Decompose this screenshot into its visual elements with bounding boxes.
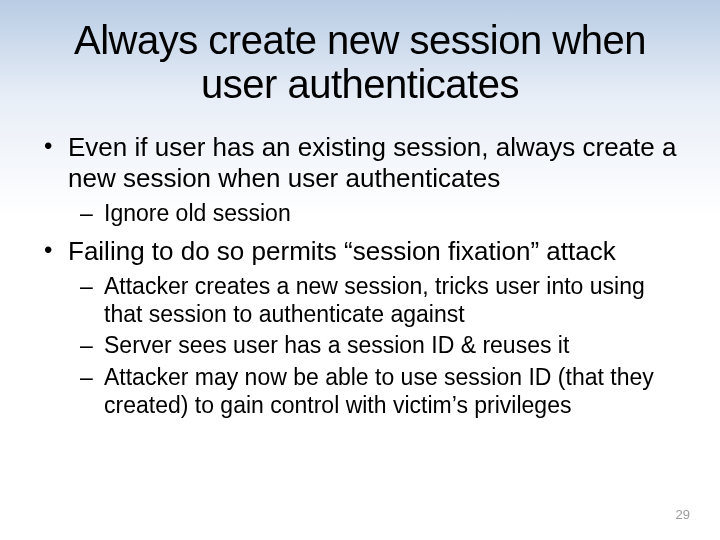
sub-bullet-list: Attacker creates a new session, tricks u… bbox=[68, 273, 680, 419]
sub-bullet-text: Attacker creates a new session, tricks u… bbox=[104, 273, 645, 327]
sub-bullet-item: Server sees user has a session ID & reus… bbox=[78, 332, 680, 360]
bullet-item: Failing to do so permits “session fixati… bbox=[40, 236, 680, 419]
sub-bullet-item: Attacker may now be able to use session … bbox=[78, 364, 680, 419]
page-number: 29 bbox=[676, 507, 690, 522]
bullet-list: Even if user has an existing session, al… bbox=[40, 132, 680, 419]
sub-bullet-text: Server sees user has a session ID & reus… bbox=[104, 332, 569, 358]
sub-bullet-text: Attacker may now be able to use session … bbox=[104, 364, 654, 418]
sub-bullet-list: Ignore old session bbox=[68, 200, 680, 228]
slide-title: Always create new session when user auth… bbox=[40, 18, 680, 106]
sub-bullet-item: Attacker creates a new session, tricks u… bbox=[78, 273, 680, 328]
bullet-item: Even if user has an existing session, al… bbox=[40, 132, 680, 228]
bullet-text: Even if user has an existing session, al… bbox=[68, 132, 676, 193]
bullet-text: Failing to do so permits “session fixati… bbox=[68, 236, 616, 266]
sub-bullet-item: Ignore old session bbox=[78, 200, 680, 228]
slide: Always create new session when user auth… bbox=[0, 0, 720, 540]
sub-bullet-text: Ignore old session bbox=[104, 200, 291, 226]
